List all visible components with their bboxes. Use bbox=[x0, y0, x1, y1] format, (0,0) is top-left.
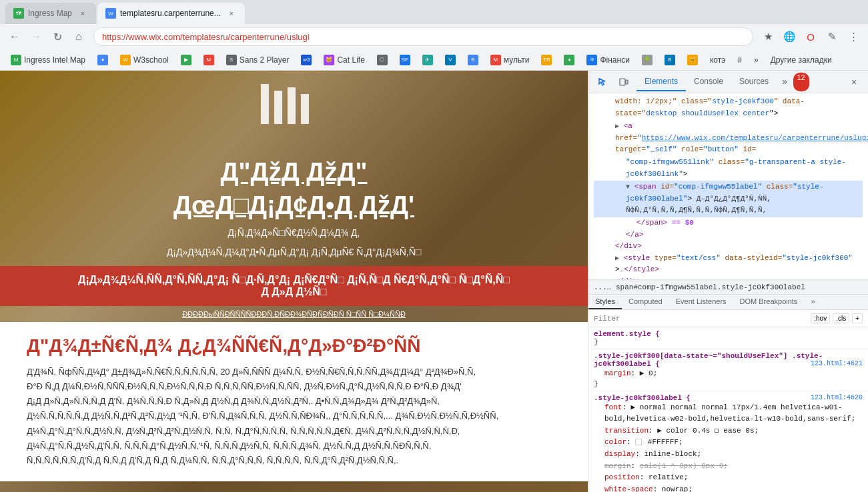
html-panel[interactable]: width: 1/2px;" class="style-jc0kf300" da… bbox=[588, 93, 868, 280]
hero-subtitle-2: Д¡Д»Д¾Д¼Ñ,Д¼Д°Д•Ñ,ДµÑ,Д°Д¡ Д¡Ñ,ДµÑ€ Ñ,Д°… bbox=[27, 245, 561, 259]
bookmark-favicon-fin: Ф bbox=[586, 55, 597, 65]
bookmark-icon7[interactable]: В bbox=[462, 53, 484, 67]
styles-tab-dom-breakpoints[interactable]: DOM Breakpoints bbox=[733, 295, 805, 309]
pen-button[interactable]: ✎ bbox=[823, 27, 841, 46]
devtools-close-button[interactable]: × bbox=[845, 73, 863, 91]
bookmark-hash[interactable]: # bbox=[732, 54, 747, 66]
style-property-display: display: inline-block; bbox=[594, 449, 863, 461]
svg-rect-2 bbox=[288, 87, 296, 124]
bookmark-sans2player[interactable]: S Sans 2 Player bbox=[221, 53, 295, 67]
bookmark-multi[interactable]: М мульти bbox=[485, 53, 535, 67]
expand-arrow-style1[interactable]: ▶ bbox=[615, 255, 619, 262]
style-property-color: color: #FFFFFF; bbox=[594, 437, 863, 449]
bookmark-label-sans: Sans 2 Player bbox=[240, 55, 290, 65]
bookmark-favicon-w3alt: w3 bbox=[301, 55, 312, 65]
devtools-panel: Elements Console Sources » 12 × width: 1… bbox=[588, 71, 868, 492]
bookmark-favicon-ingress: M bbox=[11, 55, 21, 65]
bookmark-ingress[interactable]: M Ingress Intel Map bbox=[5, 53, 91, 67]
bookmark-icon10[interactable]: 🐱 bbox=[682, 53, 703, 67]
address-bar[interactable] bbox=[93, 27, 753, 46]
styles-panel: Styles Computed Event Listeners DOM Brea… bbox=[588, 295, 868, 492]
tab-close-ingress[interactable]: × bbox=[77, 8, 88, 19]
bookmark-catlife[interactable]: 🐱 Cat Life bbox=[318, 53, 370, 67]
styles-tabs: Styles Computed Event Listeners DOM Brea… bbox=[588, 295, 868, 310]
red-banner-text-2: Д Д»Д Д½Ñ□ bbox=[27, 286, 561, 298]
devtools-tab-elements[interactable]: Elements bbox=[636, 73, 686, 91]
html-attr-1: width: 1/2px;" class=" bbox=[615, 97, 712, 105]
bookmark-b[interactable]: B bbox=[659, 53, 681, 67]
bookmark-icon3[interactable]: M bbox=[198, 53, 220, 67]
styles-hov-button[interactable]: :hov bbox=[811, 313, 830, 323]
back-button[interactable]: ← bbox=[5, 27, 24, 46]
hero-title-2: ДœД□Д¡Д¢Д•Д ДžД' bbox=[27, 191, 561, 221]
bookmark-label-multi: мульти bbox=[504, 55, 530, 65]
forward-button[interactable]: → bbox=[27, 27, 45, 46]
expand-arrow-1[interactable]: ▶ bbox=[615, 123, 619, 130]
translate-button[interactable]: 🌐 bbox=[780, 27, 799, 46]
styles-cls-button[interactable]: .cls bbox=[833, 313, 849, 323]
bookmark-tr[interactable]: TR bbox=[536, 53, 557, 67]
tab-wix[interactable]: W templatesru.carpenterrune... × bbox=[97, 3, 245, 24]
devtools-tab-sources[interactable]: Sources bbox=[731, 73, 777, 91]
bookmark-favicon-sans: S bbox=[226, 55, 237, 65]
bookmark-favicon-10: 🐱 bbox=[687, 55, 698, 65]
tabs-bar: 🗺 Ingress Map × W templatesru.carpenterr… bbox=[0, 0, 868, 24]
html-line-1: width: 1/2px;" class="style-jc0kf300" da… bbox=[594, 96, 863, 119]
style-close-element: } bbox=[594, 338, 598, 346]
html-line-3: "comp-ifmgww551link" class="g-transparen… bbox=[594, 157, 863, 180]
tab-close-wix[interactable]: × bbox=[226, 8, 237, 19]
html-line-style1: ▶ <style type="text/css" data-styleid="s… bbox=[594, 253, 863, 276]
devtools-error-badge: 12 bbox=[793, 73, 809, 91]
website-overlay: Д"ДžД ДžД" ДœД□Д¡Д¢Д•Д ДžД' Д¡Ñ,Д¾Д»Ñ□Ñ€… bbox=[0, 71, 588, 492]
bookmark-star-button[interactable]: ★ bbox=[759, 27, 777, 46]
bookmark-icon-w3alt[interactable]: w3 bbox=[296, 53, 317, 67]
opera-button[interactable]: O bbox=[801, 27, 820, 46]
bookmark-icon4[interactable]: ⬡ bbox=[372, 53, 393, 67]
bookmark-icon8[interactable]: ♦ bbox=[558, 53, 580, 67]
home-button[interactable]: ⌂ bbox=[69, 27, 88, 46]
bookmark-other[interactable]: Другие закладки bbox=[765, 54, 837, 66]
bookmark-sf[interactable]: SF bbox=[394, 53, 416, 67]
devtools-tabs-more[interactable]: » bbox=[777, 73, 793, 91]
expand-arrow-selected[interactable]: ▼ bbox=[626, 183, 630, 191]
bookmark-finance[interactable]: Ф Фінанси bbox=[581, 53, 634, 67]
devtools-content: width: 1/2px;" class="style-jc0kf300" da… bbox=[588, 93, 868, 492]
bookmark-favicon-sf: SF bbox=[400, 55, 410, 65]
styles-tab-more[interactable]: » bbox=[804, 295, 821, 309]
bookmark-kote[interactable]: котэ bbox=[705, 54, 731, 66]
bookmark-icon2[interactable]: ▶ bbox=[175, 53, 197, 67]
style-source-flex[interactable]: 123.html:4621 bbox=[811, 360, 863, 367]
styles-tab-styles[interactable]: Styles bbox=[588, 295, 622, 309]
reload-button[interactable]: ↻ bbox=[48, 27, 67, 46]
devtools-cursor-button[interactable] bbox=[594, 73, 611, 91]
bookmark-label-cat: Cat Life bbox=[337, 55, 364, 65]
content-area: Д"ДžД ДžД" ДœД□Д¡Д¢Д•Д ДžД' Д¡Ñ,Д¾Д»Ñ□Ñ€… bbox=[0, 71, 868, 492]
html-line-2: ▶ <a href="https://www.wix.com/templates… bbox=[594, 121, 863, 156]
breadcrumb-path[interactable]: … span#comp-ifmgww55label.style-jc0kf300… bbox=[607, 283, 805, 291]
devtools-tab-console[interactable]: Console bbox=[686, 73, 731, 91]
red-banner: Д¡Д»Д¾Д¼Ñ,ÑÑ,Д°Ñ,ÑÑ,Д°Д¡ Ñ□Д·Ñ,Д°Д¡ Д¡Ñ€… bbox=[0, 266, 588, 306]
styles-tab-event-listeners[interactable]: Event Listeners bbox=[669, 295, 733, 309]
nav-buttons: ← → ↻ ⌂ bbox=[5, 27, 88, 46]
devtools-device-button[interactable] bbox=[615, 73, 632, 91]
bookmark-icon1[interactable]: ♦ bbox=[92, 53, 113, 67]
styles-filter-input[interactable] bbox=[594, 315, 808, 323]
link-text-area: ÐÐÐÐÐыÑÑÐÑÑÑÑÐÐÐÑ,ÐÑÐÐ¾ÐÑÐÑÐÑÐÑ Ñ□ÑÑ Ñ□Ð… bbox=[0, 306, 588, 322]
bookmark-favicon-tr: TR bbox=[541, 55, 552, 65]
style-selector-element: element.style { bbox=[594, 330, 660, 338]
bookmark-icon9[interactable]: 🍀 bbox=[636, 53, 658, 67]
bookmark-icon6[interactable]: V bbox=[440, 53, 461, 67]
bookmark-w3school[interactable]: W W3school bbox=[115, 53, 174, 67]
style-property-position: position: relative; bbox=[594, 472, 863, 484]
menu-button[interactable]: ⋮ bbox=[844, 27, 863, 46]
bookmark-icon5[interactable]: ✈ bbox=[417, 53, 438, 67]
styles-tab-computed[interactable]: Computed bbox=[622, 295, 669, 309]
style-source-label[interactable]: 123.html:4620 bbox=[811, 394, 863, 401]
tab-ingress-map[interactable]: 🗺 Ingress Map × bbox=[5, 3, 96, 24]
toolbar-icons: ★ 🌐 O ✎ ⋮ bbox=[759, 27, 863, 46]
tab-favicon-wix: W bbox=[105, 8, 116, 19]
styles-add-button[interactable]: + bbox=[852, 313, 863, 323]
bookmark-favicon-7: В bbox=[468, 55, 478, 65]
style-property-margin-flex: margin: ▶ 0; bbox=[594, 368, 863, 380]
bookmark-more-arrow[interactable]: » bbox=[749, 54, 764, 66]
